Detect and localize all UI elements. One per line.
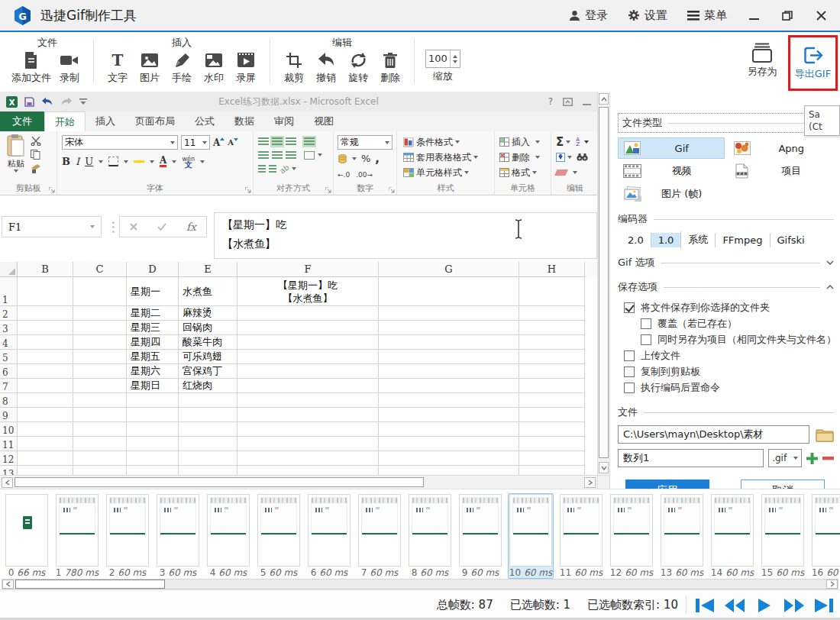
encoder-option[interactable]: 系统	[680, 231, 715, 248]
row-header[interactable]: 5	[0, 350, 18, 364]
excel-tab[interactable]: 公式	[185, 111, 225, 131]
record-button[interactable]: 录制	[53, 50, 86, 85]
hscroll-thumb[interactable]	[15, 477, 424, 487]
cell[interactable]: 麻辣烫	[179, 306, 237, 321]
cell[interactable]	[237, 422, 379, 437]
file-type-gif[interactable]: Gif	[618, 137, 725, 159]
add-icon[interactable]	[806, 453, 818, 464]
cell[interactable]	[237, 321, 379, 335]
cell[interactable]	[519, 350, 585, 364]
format-as-table-button[interactable]: 套用表格格式	[403, 150, 493, 165]
excel-tab[interactable]: 视图	[304, 111, 344, 131]
timeline-frame[interactable]: 260 ms	[105, 493, 150, 579]
scroll-up-button[interactable]	[599, 93, 609, 105]
cell[interactable]	[237, 306, 379, 321]
cancel-entry-icon[interactable]	[130, 223, 137, 231]
cell[interactable]	[73, 451, 127, 466]
preview-hscrollbar[interactable]	[0, 475, 597, 489]
timeline-scroll-right-button[interactable]	[826, 580, 838, 589]
cell[interactable]: 宫保鸡丁	[179, 364, 237, 379]
cell[interactable]	[127, 466, 179, 475]
increase-indent-icon[interactable]	[269, 165, 276, 173]
cut-icon[interactable]	[31, 137, 41, 146]
checkbox[interactable]	[624, 367, 635, 377]
scroll-down-button[interactable]	[599, 462, 609, 473]
checkbox-item[interactable]: 上传文件	[624, 348, 834, 363]
cell[interactable]	[379, 379, 519, 393]
format-painter-icon[interactable]	[31, 163, 41, 173]
encoder-option[interactable]: 1.0	[651, 233, 681, 247]
cell[interactable]	[237, 350, 379, 364]
cell[interactable]	[18, 364, 73, 379]
timeline-scroll-left-button[interactable]	[2, 580, 14, 589]
cell[interactable]	[519, 321, 585, 335]
cell[interactable]	[237, 466, 379, 475]
timeline-scrollbar[interactable]	[2, 579, 838, 589]
cell[interactable]: 星期六	[127, 364, 179, 379]
menu-button[interactable]: 菜单	[687, 8, 727, 23]
extension-select[interactable]: .gif	[768, 449, 802, 467]
encoder-option[interactable]: Gifski	[770, 233, 812, 247]
column-header[interactable]: F	[237, 262, 379, 277]
fast-forward-button[interactable]	[783, 596, 806, 615]
checkbox[interactable]	[624, 302, 635, 313]
checkbox-item[interactable]: 将文件保存到你选择的文件夹	[624, 300, 834, 315]
insert-image-button[interactable]: 图片	[134, 50, 166, 85]
cell-styles-button[interactable]: 单元格样式	[403, 165, 493, 180]
checkbox[interactable]	[624, 350, 635, 361]
cell[interactable]	[237, 364, 379, 379]
scroll-right-button[interactable]	[584, 477, 596, 488]
cell[interactable]	[127, 451, 179, 466]
cell[interactable]	[519, 437, 585, 451]
dialog-launcher-icon[interactable]	[325, 187, 331, 193]
timeline-frame[interactable]: 960 ms	[457, 493, 503, 579]
checkbox-item[interactable]: 覆盖（若已存在）	[641, 316, 834, 331]
cell[interactable]	[73, 364, 127, 379]
save-as-button[interactable]: 另存为	[738, 43, 787, 79]
timeline-frame[interactable]: 1460 ms	[709, 493, 755, 579]
cell[interactable]	[237, 379, 379, 393]
font-size-select[interactable]: 11	[181, 135, 210, 150]
checkbox[interactable]	[641, 334, 651, 345]
cell[interactable]: 星期二	[127, 306, 179, 321]
chevron-down-icon[interactable]	[826, 260, 834, 265]
login-button[interactable]: 登录	[569, 8, 608, 23]
cell[interactable]	[18, 422, 73, 437]
row-header[interactable]: 9	[0, 408, 18, 422]
cell[interactable]	[519, 306, 585, 321]
cell[interactable]	[519, 408, 585, 422]
orientation-icon[interactable]: ab	[278, 163, 291, 175]
cell[interactable]	[18, 321, 73, 335]
formula-input[interactable]: 【星期一】吃 【水煮鱼】	[214, 212, 597, 259]
align-center-icon[interactable]	[272, 151, 283, 160]
timeline-frame[interactable]: 1660 ms	[810, 493, 840, 579]
cell[interactable]	[127, 422, 179, 437]
dialog-launcher-icon[interactable]	[49, 187, 55, 193]
cell[interactable]	[379, 350, 519, 364]
cell[interactable]	[73, 321, 127, 335]
cell[interactable]	[237, 335, 379, 350]
italic-button[interactable]: I	[76, 156, 79, 167]
cell[interactable]	[73, 466, 127, 475]
spin-down-icon[interactable]	[453, 60, 457, 63]
vscroll-thumb[interactable]	[599, 107, 609, 458]
add-file-button[interactable]: 添加文件	[9, 50, 53, 85]
timeline-frame[interactable]: 1560 ms	[760, 493, 806, 579]
cell[interactable]	[73, 335, 127, 350]
crop-button[interactable]: 裁剪	[278, 50, 310, 85]
underline-button[interactable]: U	[85, 156, 93, 167]
dialog-launcher-icon[interactable]	[389, 187, 395, 193]
column-header[interactable]: C	[73, 262, 127, 277]
cell[interactable]	[73, 379, 127, 393]
cell[interactable]: 星期一	[127, 277, 179, 306]
timeline-frame[interactable]: 360 ms	[155, 493, 201, 579]
spin-up-icon[interactable]	[453, 55, 457, 58]
cell[interactable]	[179, 393, 237, 408]
cell[interactable]	[519, 393, 585, 408]
cell[interactable]	[18, 393, 73, 408]
fill-button[interactable]	[556, 150, 597, 165]
close-button[interactable]	[814, 8, 828, 22]
cell[interactable]	[379, 408, 519, 422]
skip-start-button[interactable]	[693, 596, 716, 615]
insert-function-icon[interactable]: fx	[186, 221, 196, 233]
